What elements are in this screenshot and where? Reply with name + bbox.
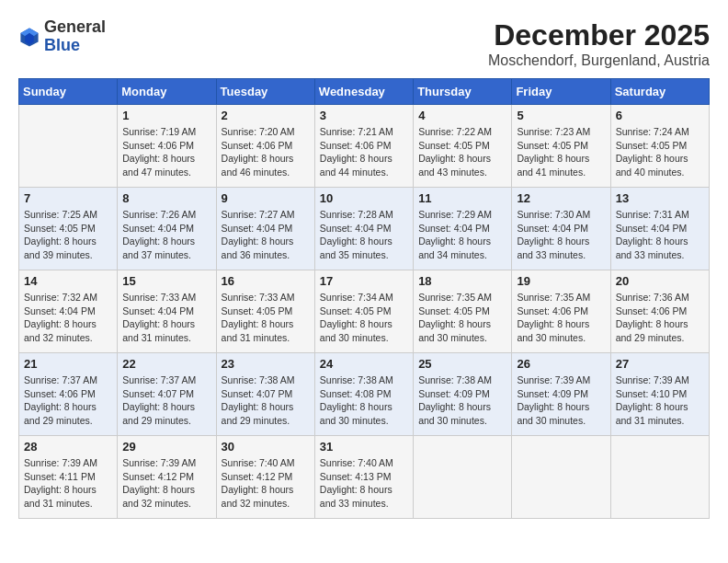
day-number: 9: [222, 191, 310, 205]
day-number: 25: [418, 357, 506, 371]
calendar-cell: 1Sunrise: 7:19 AM Sunset: 4:06 PM Daylig…: [118, 105, 216, 188]
day-info: Sunrise: 7:39 AM Sunset: 4:12 PM Dayligh…: [122, 456, 210, 511]
calendar-cell: 16Sunrise: 7:33 AM Sunset: 4:05 PM Dayli…: [216, 270, 314, 353]
logo-icon: [18, 26, 40, 48]
day-info: Sunrise: 7:28 AM Sunset: 4:04 PM Dayligh…: [320, 208, 408, 262]
calendar-week-row: 1Sunrise: 7:19 AM Sunset: 4:06 PM Daylig…: [19, 105, 710, 188]
day-info: Sunrise: 7:33 AM Sunset: 4:05 PM Dayligh…: [222, 291, 310, 345]
header-row: SundayMondayTuesdayWednesdayThursdayFrid…: [19, 79, 710, 105]
calendar-cell: 15Sunrise: 7:33 AM Sunset: 4:04 PM Dayli…: [118, 270, 216, 353]
day-number: 10: [320, 191, 408, 205]
day-number: 29: [122, 440, 210, 454]
calendar-cell: 17Sunrise: 7:34 AM Sunset: 4:05 PM Dayli…: [314, 270, 413, 353]
day-info: Sunrise: 7:39 AM Sunset: 4:10 PM Dayligh…: [616, 373, 704, 428]
day-number: 13: [616, 191, 704, 205]
calendar-cell: 22Sunrise: 7:37 AM Sunset: 4:07 PM Dayli…: [118, 353, 216, 436]
page-header: General Blue December 2025 Moschendorf, …: [18, 18, 710, 69]
calendar-cell: [610, 436, 709, 519]
calendar-cell: 21Sunrise: 7:37 AM Sunset: 4:06 PM Dayli…: [19, 353, 118, 436]
weekday-header: Saturday: [610, 79, 709, 105]
day-info: Sunrise: 7:25 AM Sunset: 4:05 PM Dayligh…: [24, 208, 112, 262]
day-info: Sunrise: 7:32 AM Sunset: 4:04 PM Dayligh…: [24, 291, 112, 345]
weekday-header: Sunday: [19, 79, 118, 105]
weekday-header: Tuesday: [216, 79, 314, 105]
day-number: 15: [122, 274, 210, 288]
day-info: Sunrise: 7:33 AM Sunset: 4:04 PM Dayligh…: [122, 291, 210, 345]
day-number: 22: [122, 357, 210, 371]
logo: General Blue: [18, 18, 106, 55]
day-info: Sunrise: 7:39 AM Sunset: 4:11 PM Dayligh…: [24, 456, 112, 511]
day-info: Sunrise: 7:31 AM Sunset: 4:04 PM Dayligh…: [616, 208, 704, 262]
day-number: 6: [616, 109, 704, 122]
logo-blue: Blue: [44, 36, 80, 54]
day-info: Sunrise: 7:38 AM Sunset: 4:08 PM Dayligh…: [320, 373, 408, 428]
title-area: December 2025 Moschendorf, Burgenland, A…: [488, 18, 710, 69]
calendar-cell: 9Sunrise: 7:27 AM Sunset: 4:04 PM Daylig…: [216, 188, 314, 270]
day-number: 27: [616, 357, 704, 371]
calendar-cell: 5Sunrise: 7:23 AM Sunset: 4:05 PM Daylig…: [512, 105, 610, 188]
day-info: Sunrise: 7:40 AM Sunset: 4:13 PM Dayligh…: [320, 456, 408, 511]
day-number: 5: [517, 109, 605, 122]
calendar-cell: [512, 436, 610, 519]
calendar-cell: 10Sunrise: 7:28 AM Sunset: 4:04 PM Dayli…: [314, 188, 413, 270]
day-info: Sunrise: 7:29 AM Sunset: 4:04 PM Dayligh…: [418, 208, 506, 262]
day-number: 11: [418, 191, 506, 205]
day-info: Sunrise: 7:35 AM Sunset: 4:05 PM Dayligh…: [418, 291, 506, 345]
day-info: Sunrise: 7:40 AM Sunset: 4:12 PM Dayligh…: [222, 456, 310, 511]
day-info: Sunrise: 7:22 AM Sunset: 4:05 PM Dayligh…: [418, 125, 506, 179]
weekday-header: Friday: [512, 79, 610, 105]
day-info: Sunrise: 7:34 AM Sunset: 4:05 PM Dayligh…: [320, 291, 408, 345]
calendar-cell: 20Sunrise: 7:36 AM Sunset: 4:06 PM Dayli…: [610, 270, 709, 353]
day-number: 17: [320, 274, 408, 288]
day-number: 1: [122, 109, 210, 122]
day-number: 19: [517, 274, 605, 288]
calendar-week-row: 21Sunrise: 7:37 AM Sunset: 4:06 PM Dayli…: [19, 353, 710, 436]
calendar-cell: 19Sunrise: 7:35 AM Sunset: 4:06 PM Dayli…: [512, 270, 610, 353]
day-info: Sunrise: 7:19 AM Sunset: 4:06 PM Dayligh…: [122, 125, 210, 179]
calendar-cell: 26Sunrise: 7:39 AM Sunset: 4:09 PM Dayli…: [512, 353, 610, 436]
calendar-cell: 13Sunrise: 7:31 AM Sunset: 4:04 PM Dayli…: [610, 188, 709, 270]
day-number: 20: [616, 274, 704, 288]
calendar-cell: 2Sunrise: 7:20 AM Sunset: 4:06 PM Daylig…: [216, 105, 314, 188]
location-title: Moschendorf, Burgenland, Austria: [488, 52, 710, 69]
day-number: 21: [24, 357, 112, 371]
calendar-cell: 11Sunrise: 7:29 AM Sunset: 4:04 PM Dayli…: [414, 188, 512, 270]
day-number: 24: [320, 357, 408, 371]
calendar-cell: [414, 436, 512, 519]
day-number: 16: [222, 274, 310, 288]
calendar-cell: 14Sunrise: 7:32 AM Sunset: 4:04 PM Dayli…: [19, 270, 118, 353]
calendar-cell: 30Sunrise: 7:40 AM Sunset: 4:12 PM Dayli…: [216, 436, 314, 519]
day-number: 2: [222, 109, 310, 122]
day-info: Sunrise: 7:37 AM Sunset: 4:06 PM Dayligh…: [24, 373, 112, 428]
calendar-cell: 28Sunrise: 7:39 AM Sunset: 4:11 PM Dayli…: [19, 436, 118, 519]
day-info: Sunrise: 7:23 AM Sunset: 4:05 PM Dayligh…: [517, 125, 605, 179]
calendar-cell: 29Sunrise: 7:39 AM Sunset: 4:12 PM Dayli…: [118, 436, 216, 519]
day-number: 23: [222, 357, 310, 371]
day-info: Sunrise: 7:39 AM Sunset: 4:09 PM Dayligh…: [517, 373, 605, 428]
day-info: Sunrise: 7:38 AM Sunset: 4:07 PM Dayligh…: [222, 373, 310, 428]
day-number: 30: [222, 440, 310, 454]
calendar-cell: 24Sunrise: 7:38 AM Sunset: 4:08 PM Dayli…: [314, 353, 413, 436]
day-info: Sunrise: 7:26 AM Sunset: 4:04 PM Dayligh…: [122, 208, 210, 262]
day-info: Sunrise: 7:30 AM Sunset: 4:04 PM Dayligh…: [517, 208, 605, 262]
weekday-header: Monday: [118, 79, 216, 105]
month-title: December 2025: [488, 18, 710, 52]
calendar-cell: 31Sunrise: 7:40 AM Sunset: 4:13 PM Dayli…: [314, 436, 413, 519]
day-number: 7: [24, 191, 112, 205]
day-number: 12: [517, 191, 605, 205]
logo-general: General: [44, 17, 106, 36]
day-number: 8: [122, 191, 210, 205]
calendar-cell: 27Sunrise: 7:39 AM Sunset: 4:10 PM Dayli…: [610, 353, 709, 436]
day-info: Sunrise: 7:35 AM Sunset: 4:06 PM Dayligh…: [517, 291, 605, 345]
day-info: Sunrise: 7:38 AM Sunset: 4:09 PM Dayligh…: [418, 373, 506, 428]
calendar-week-row: 7Sunrise: 7:25 AM Sunset: 4:05 PM Daylig…: [19, 188, 710, 270]
calendar-cell: 18Sunrise: 7:35 AM Sunset: 4:05 PM Dayli…: [414, 270, 512, 353]
calendar-cell: 8Sunrise: 7:26 AM Sunset: 4:04 PM Daylig…: [118, 188, 216, 270]
calendar-cell: 3Sunrise: 7:21 AM Sunset: 4:06 PM Daylig…: [314, 105, 413, 188]
day-info: Sunrise: 7:27 AM Sunset: 4:04 PM Dayligh…: [222, 208, 310, 262]
day-number: 18: [418, 274, 506, 288]
calendar-cell: 4Sunrise: 7:22 AM Sunset: 4:05 PM Daylig…: [414, 105, 512, 188]
day-number: 4: [418, 109, 506, 122]
weekday-header: Thursday: [414, 79, 512, 105]
calendar-cell: [19, 105, 118, 188]
